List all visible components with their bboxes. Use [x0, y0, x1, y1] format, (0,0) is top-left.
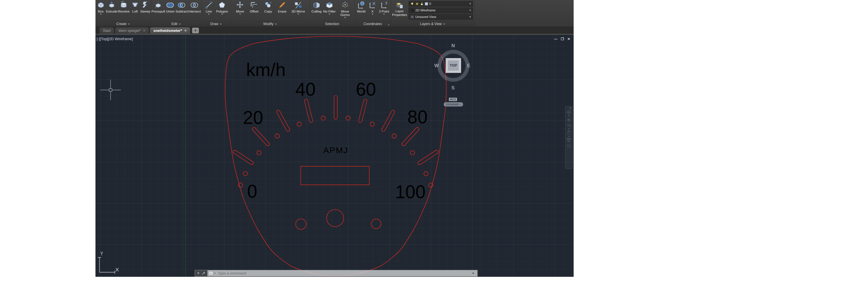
panel-title-text: Selection: [325, 22, 339, 26]
ribbon-button-union[interactable]: Union: [165, 1, 175, 13]
ribbon-item-label: Culling: [311, 10, 321, 13]
mounting-hole-2[interactable]: [371, 219, 381, 229]
ribbon-panel-title-layers-view[interactable]: Layers & View▼: [391, 21, 474, 27]
ribbon-panel-title-coordinates[interactable]: Coordinates↘: [355, 21, 391, 27]
ribbon-panel-coordinates: WorldX▼33 Point▼Coordinates↘: [355, 0, 391, 27]
chevron-down-icon: ▼: [179, 23, 181, 25]
panel-title-text: Edit: [172, 22, 178, 26]
gauge-unit-label[interactable]: km/h: [246, 60, 286, 80]
line-icon: [204, 1, 213, 10]
viewcube-top-face[interactable]: TOP: [446, 58, 461, 73]
tab-close-icon[interactable]: ✕: [143, 29, 145, 32]
viewcube-view-dropdown[interactable]: Unnamed ▽: [444, 102, 463, 106]
ribbon-button-polygon[interactable]: Polygon▼: [216, 1, 228, 15]
chevron-down-icon: ▼: [275, 23, 277, 25]
chevron-down-icon: ▼: [297, 13, 299, 15]
gauge-number-40[interactable]: 40: [295, 79, 315, 100]
ribbon-button-intersect[interactable]: Intersect: [188, 1, 200, 13]
layer-dropdown[interactable]: 0▼: [409, 1, 473, 6]
navbar-close-icon[interactable]: ✕: [569, 107, 571, 109]
ribbon-button-loft[interactable]: Loft: [130, 1, 140, 13]
ribbon-button-sweep[interactable]: Sweep: [140, 1, 150, 13]
ribbon-panel-title-selection[interactable]: Selection: [310, 21, 354, 27]
ribbon-panel-title-draw[interactable]: Draw▼: [202, 21, 230, 27]
ribbon-button-no-filter[interactable]: No Filter▼: [323, 1, 335, 15]
ribbon-button-copy[interactable]: Copy: [263, 1, 273, 13]
ribbon-panel-draw: Line▼Polygon▼Draw▼: [202, 0, 231, 27]
tab-close-icon[interactable]: ✕: [184, 29, 187, 32]
world-icon: [357, 1, 366, 10]
layer-color-swatch[interactable]: [425, 2, 428, 5]
command-history-arrow-icon[interactable]: ▲: [472, 271, 474, 274]
command-input[interactable]: Type a command: [218, 271, 246, 275]
viewcube-wcs-badge[interactable]: WCS: [449, 98, 457, 101]
ribbon-panel-title-edit[interactable]: Edit▼: [151, 21, 201, 27]
ribbon-panel-title-create[interactable]: Create▼: [95, 21, 151, 27]
gauge-number-20[interactable]: 20: [243, 107, 263, 128]
extrude-icon: [107, 1, 116, 10]
gauge-number-80[interactable]: 80: [407, 107, 428, 127]
offset-icon: [250, 1, 259, 10]
viewico-icon: [410, 15, 414, 19]
close-icon[interactable]: ✕: [567, 37, 570, 41]
minimize-icon[interactable]: —: [554, 37, 557, 41]
ribbon-button-box[interactable]: Box▼: [96, 1, 106, 15]
drawing-canvas[interactable]: 020406080100km/hAPMJ: [95, 35, 574, 277]
gauge-number-60[interactable]: 60: [355, 79, 376, 100]
layer-properties-button[interactable]: LayerProperties: [392, 1, 407, 21]
ribbon-panel-create: Box▼ExtrudeRevolveLoftSweepCreate▼: [95, 0, 151, 27]
chevron-down-icon: ▼: [443, 23, 445, 25]
customize-wrench-icon[interactable]: [202, 271, 206, 275]
file-tab-snelheidsmeter-[interactable]: snelheidsmeter*✕: [150, 27, 190, 34]
gauge-number-100[interactable]: 100: [395, 182, 426, 202]
ribbon-button-offset[interactable]: Offset: [249, 1, 259, 13]
command-close-icon[interactable]: ✕: [197, 271, 199, 275]
file-tab-klem-spiegel-[interactable]: klem spiegel*✕: [115, 27, 149, 34]
ribbon-button-x[interactable]: X▼: [368, 1, 377, 15]
ribbon-button-move-gizmo[interactable]: Move Gizmo▼: [337, 1, 353, 19]
ribbon-button-3d-mirror[interactable]: 3D Mirror▼: [291, 1, 305, 15]
ribbon-button-subtract[interactable]: Subtract: [176, 1, 188, 13]
ribbon-button-erase[interactable]: Erase: [277, 1, 287, 13]
navbar-zoom-extents-icon[interactable]: [566, 123, 571, 128]
viewcube-east[interactable]: E: [467, 63, 470, 69]
ribbon-button-revolve[interactable]: Revolve: [118, 1, 130, 13]
viewcube-south[interactable]: S: [452, 85, 455, 91]
panel-launcher-icon[interactable]: ↘: [387, 23, 390, 26]
ribbon-button-move[interactable]: Move▼: [235, 1, 245, 15]
ribbon-button-presspull[interactable]: Presspull: [152, 1, 165, 13]
new-tab-button[interactable]: +: [192, 28, 199, 33]
viewport-controls-label[interactable]: [-][Top][2D Wireframe]: [97, 37, 133, 41]
ribbon-item-label: 3D Mirror: [291, 10, 305, 13]
odometer-window-rect[interactable]: [301, 166, 369, 185]
ribbon-button-culling[interactable]: Culling: [311, 1, 321, 13]
view-dropdown[interactable]: Unsaved View▼: [409, 14, 473, 20]
mounting-hole-1[interactable]: [296, 219, 306, 230]
dropdown-value: 2D Wireframe: [415, 8, 435, 12]
mounting-hole-0[interactable]: [327, 209, 344, 227]
xaxis-icon: [368, 1, 377, 10]
drawing-viewport[interactable]: 020406080100km/hAPMJ [-][Top][2D Wirefra…: [95, 35, 574, 277]
navbar-orbit-icon[interactable]: [566, 130, 571, 136]
ribbon-button-extrude[interactable]: Extrude: [106, 1, 117, 13]
viewcube-north[interactable]: N: [452, 43, 455, 49]
ribbon-button-world[interactable]: World: [356, 1, 366, 13]
navbar-showmotion-icon[interactable]: [566, 137, 571, 143]
navbar-collapse-icon[interactable]: [566, 143, 571, 148]
gauge-number-0[interactable]: 0: [247, 181, 257, 202]
navbar-pan-hand-icon[interactable]: [566, 117, 571, 123]
viewcube-west[interactable]: W: [434, 63, 439, 69]
gauge-brand-label[interactable]: APMJ: [323, 145, 348, 155]
restore-icon[interactable]: ❐: [561, 37, 564, 41]
file-tab-start[interactable]: Start: [99, 27, 114, 34]
ribbon-button-line[interactable]: Line▼: [204, 1, 214, 15]
command-input-area[interactable]: >_ ▼ Type a command ▲: [208, 270, 477, 276]
ribbon-panel-layers-view: LayerProperties0▼2D Wireframe▼Unsaved Vi…: [391, 0, 474, 27]
chevron-down-icon[interactable]: ▼: [214, 272, 216, 274]
navbar-steering-wheel-icon[interactable]: [566, 109, 571, 115]
visual-style-dropdown[interactable]: 2D Wireframe▼: [409, 7, 473, 13]
ribbon-panel-title-modify[interactable]: Modify▼: [231, 21, 309, 27]
ribbon-button-3-point[interactable]: 33 Point▼: [379, 1, 389, 15]
file-tab-label: klem spiegel*: [119, 29, 141, 33]
command-prompt-icon[interactable]: >_: [209, 271, 213, 275]
